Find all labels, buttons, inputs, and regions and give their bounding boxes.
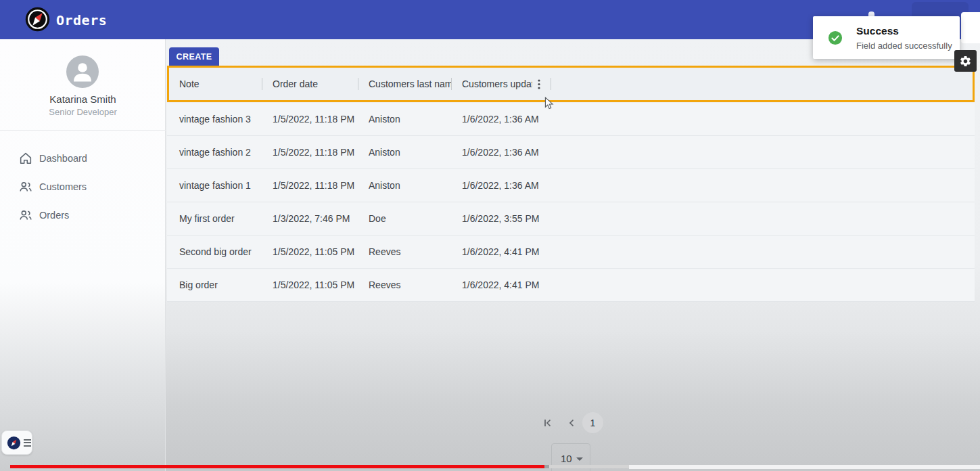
compass-logo-icon — [25, 7, 50, 32]
table-cell: 1/5/2022, 11:18 PM — [262, 180, 358, 191]
mouse-cursor — [544, 97, 555, 111]
table-cell: 1/3/2022, 7:46 PM — [262, 213, 358, 224]
sidebar-item-label: Dashboard — [39, 153, 87, 164]
settings-gear-button[interactable] — [954, 50, 977, 72]
video-progress-bar[interactable] — [0, 465, 980, 469]
home-icon — [18, 151, 33, 166]
sidebar-item-orders[interactable]: Orders — [0, 201, 166, 229]
sidebar-item-dashboard[interactable]: Dashboard — [0, 144, 166, 173]
main-content: CREATE NoteOrder dateCustomers last name… — [166, 39, 980, 471]
sidebar-item-label: Customers — [39, 181, 87, 192]
table-cell: Reeves — [358, 246, 452, 257]
hamburger-menu-icon — [24, 439, 31, 447]
toast-message: Field added successfully — [856, 41, 952, 51]
app-root: Orders Katarina Smith Senior Developer D… — [0, 0, 980, 471]
column-header-label: Customers updated — [462, 78, 532, 89]
success-check-icon — [828, 30, 843, 45]
table-cell: 1/6/2022, 1:36 AM — [452, 180, 551, 191]
people-icon — [18, 208, 33, 223]
table-cell: Aniston — [358, 180, 452, 191]
sidebar-item-label: Orders — [39, 210, 69, 221]
column-header-label: Order date — [273, 78, 358, 89]
page-number-button[interactable]: 1 — [582, 412, 603, 433]
column-header-label: Note — [179, 78, 262, 89]
column-header-label: Customers last name — [369, 78, 452, 89]
app-title: Orders — [56, 12, 107, 28]
table-row[interactable]: Second big order1/5/2022, 11:05 PMReeves… — [167, 236, 975, 269]
toast-title: Success — [856, 25, 899, 37]
previous-page-icon[interactable] — [565, 417, 578, 429]
table-cell: vintage fashion 3 — [169, 114, 262, 125]
success-toast: Success Field added successfully — [813, 16, 960, 59]
create-button[interactable]: CREATE — [169, 47, 219, 66]
table-cell: Aniston — [358, 147, 452, 158]
sidebar-nav: Dashboard Customers Orders — [0, 144, 166, 229]
table-cell: 1/6/2022, 3:55 PM — [452, 213, 551, 224]
table-cell: 1/6/2022, 1:36 AM — [452, 147, 551, 158]
people-icon — [18, 179, 33, 194]
sidebar-divider — [0, 130, 166, 131]
table-row[interactable]: vintage fashion 31/5/2022, 11:18 PMAnist… — [167, 103, 975, 136]
table-cell: Big order — [169, 279, 262, 290]
sidebar-item-customers[interactable]: Customers — [0, 173, 166, 201]
table-row[interactable]: vintage fashion 21/5/2022, 11:18 PMAnist… — [167, 136, 975, 169]
notification-stack-card — [961, 12, 980, 43]
chevron-down-icon — [576, 457, 583, 461]
user-avatar — [66, 55, 99, 88]
app-launcher-widget[interactable] — [1, 430, 32, 455]
table-cell: 1/5/2022, 11:18 PM — [262, 147, 358, 158]
table-cell: vintage fashion 1 — [169, 180, 262, 191]
compass-logo-icon — [7, 436, 21, 450]
table-cell: My first order — [169, 213, 262, 224]
table-row[interactable]: vintage fashion 11/5/2022, 11:18 PMAnist… — [167, 169, 975, 202]
table-cell: 1/6/2022, 1:36 AM — [452, 114, 551, 125]
video-progress-played — [10, 465, 544, 468]
table-cell: 1/5/2022, 11:05 PM — [262, 279, 358, 290]
column-header[interactable]: Customers updated — [452, 68, 551, 100]
table-cell: Doe — [358, 213, 452, 224]
page-size-value: 10 — [561, 453, 572, 464]
table-cell: 1/6/2022, 4:41 PM — [452, 246, 551, 257]
column-header[interactable]: Note — [169, 68, 262, 100]
table-cell: Aniston — [358, 114, 452, 125]
table-header-row: NoteOrder dateCustomers last nameCustome… — [167, 66, 975, 102]
table-cell: 1/5/2022, 11:05 PM — [262, 246, 358, 257]
column-header[interactable]: Customers last name — [358, 68, 452, 100]
user-name: Katarina Smith — [0, 93, 166, 105]
table-cell: Second big order — [169, 246, 262, 257]
table-cell: 1/6/2022, 4:41 PM — [452, 279, 551, 290]
sidebar: Katarina Smith Senior Developer Dashboar… — [0, 39, 166, 471]
user-role: Senior Developer — [0, 107, 166, 117]
first-page-icon[interactable] — [542, 417, 554, 429]
column-menu-icon[interactable] — [538, 79, 540, 89]
table-body: vintage fashion 31/5/2022, 11:18 PMAnist… — [167, 103, 975, 302]
table-cell: 1/5/2022, 11:18 PM — [262, 114, 358, 125]
column-header[interactable]: Order date — [262, 68, 358, 100]
table-row[interactable]: My first order1/3/2022, 7:46 PMDoe1/6/20… — [167, 202, 975, 236]
table-row[interactable]: Big order1/5/2022, 11:05 PMReeves1/6/202… — [167, 269, 975, 302]
table-cell: vintage fashion 2 — [169, 147, 262, 158]
table-cell: Reeves — [358, 279, 452, 290]
